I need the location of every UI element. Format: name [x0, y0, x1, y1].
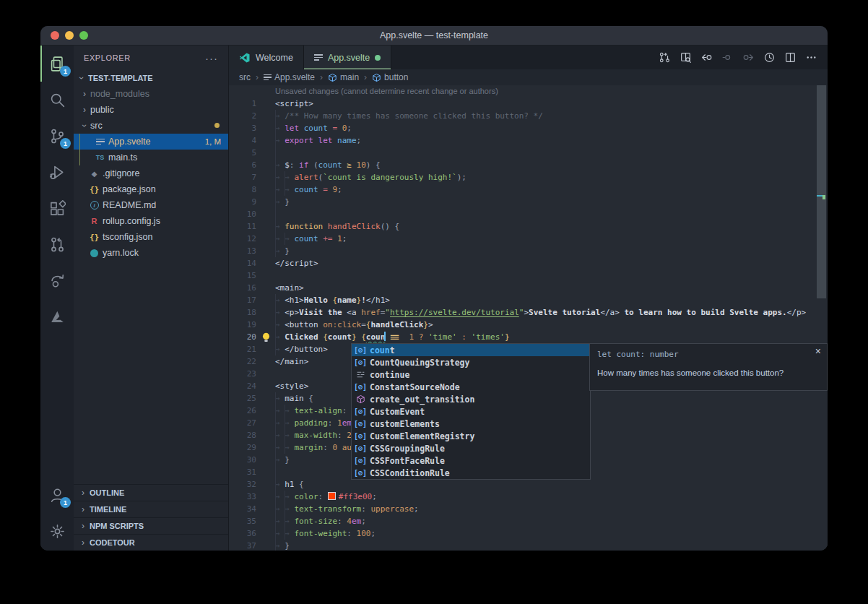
whitespace-tab-icon: →	[275, 306, 285, 319]
code-line[interactable]: 13→}	[229, 245, 828, 257]
code-editor[interactable]: Unsaved changes (cannot determine recent…	[229, 85, 828, 551]
symbol-variable-icon: [⊘]	[355, 420, 366, 428]
panel-header-outline[interactable]: ›OUTLINE	[74, 484, 228, 501]
suggestion-countqueuingstrategy[interactable]: [⊘]CountQueuingStrategy	[352, 356, 590, 368]
code-line[interactable]: 32→h1 {	[229, 478, 828, 491]
code-line[interactable]: 37→}	[229, 540, 828, 551]
code-line[interactable]: 11→function handleClick() {	[229, 220, 828, 233]
code-line[interactable]: 17→<h1>Hello {name}!</h1>	[229, 294, 828, 306]
breadcrumb-item-main[interactable]: main	[328, 72, 359, 82]
tree-item-app-svelte[interactable]: App.svelte1, M	[74, 134, 228, 150]
tree-item-yarn-lock[interactable]: yarn.lock	[74, 245, 228, 261]
code-line[interactable]: 19→<button on:click={handleClick}>	[229, 319, 828, 331]
file-history-icon[interactable]	[759, 46, 780, 69]
code-line[interactable]: 3→let count = 0;	[229, 122, 828, 134]
suggestion-constantsourcenode[interactable]: [⊘]ConstantSourceNode	[352, 381, 590, 393]
tab-welcome[interactable]: Welcome	[229, 46, 304, 69]
tree-item-readme-md[interactable]: iREADME.md	[74, 197, 228, 213]
tree-item-src[interactable]: ›src	[74, 118, 228, 134]
activity-item-azure[interactable]	[40, 298, 74, 335]
activity-item-settings[interactable]	[40, 513, 74, 549]
code-line[interactable]: 5	[229, 147, 828, 159]
tree-item-main-ts[interactable]: TSmain.ts	[74, 150, 228, 165]
tree-item-gitignore[interactable]: ◆.gitignore	[74, 165, 228, 181]
whitespace-tab-icon: →	[275, 233, 285, 245]
compare-changes-icon[interactable]	[654, 46, 675, 69]
suggestion-customevent[interactable]: [⊘]CustomEvent	[352, 405, 590, 418]
code-line[interactable]: 6→$: if (count ≥ 10) {	[229, 159, 828, 171]
indent-guide	[275, 454, 276, 466]
code-line[interactable]: 35→→font-size: 4em;	[229, 515, 828, 527]
code-line[interactable]: 12→→count += 1;	[229, 233, 828, 245]
activity-item-accounts[interactable]: 1	[40, 477, 74, 513]
line-number: 30	[229, 454, 256, 466]
code-line[interactable]: 16<main>	[229, 282, 828, 294]
lightbulb-icon[interactable]	[261, 332, 271, 342]
suggestion-cssconditionrule[interactable]: [⊘]CSSConditionRule	[352, 467, 590, 479]
suggestion-label: CustomElementRegistry	[370, 431, 474, 441]
suggestion-count[interactable]: [⊘]count	[352, 344, 590, 356]
scrollbar[interactable]	[817, 85, 826, 551]
tab-app-svelte[interactable]: App.svelte	[304, 46, 391, 69]
code-line[interactable]: 2→/** How many times has someone clicked…	[229, 110, 828, 122]
code-line[interactable]: 9→}	[229, 196, 828, 208]
close-window-icon[interactable]	[51, 31, 59, 40]
indent-guide	[275, 294, 276, 306]
code-line[interactable]: 18→<p>Visit the <a href="https://svelte.…	[229, 306, 828, 319]
indent-guide	[275, 147, 276, 159]
suggestion-create-out-transition[interactable]: create_out_transition	[352, 393, 590, 405]
breadcrumb-item-src[interactable]: src	[239, 72, 251, 82]
code-line[interactable]: 4→export let name;	[229, 134, 828, 147]
more-actions-icon[interactable]	[801, 46, 822, 69]
split-editor-icon[interactable]	[780, 46, 801, 69]
panel-header-npm-scripts[interactable]: ›NPM SCRIPTS	[74, 517, 228, 534]
panel-header-codetour[interactable]: ›CODETOUR	[74, 534, 228, 551]
activity-item-extensions[interactable]	[40, 190, 74, 226]
previous-change-icon[interactable]	[696, 46, 717, 69]
suggestion-customelementregistry[interactable]: [⊘]CustomElementRegistry	[352, 430, 590, 442]
breadcrumb-item-app-svelte[interactable]: App.svelte	[264, 72, 315, 82]
title-bar[interactable]: App.svelte — test-template	[40, 26, 828, 46]
activity-item-live-share[interactable]	[40, 262, 74, 298]
activity-item-source-control[interactable]: 1	[40, 118, 74, 154]
code-line[interactable]: 7→→alert(`count is dangerously high!`);	[229, 171, 828, 184]
suggestion-customelements[interactable]: [⊘]customElements	[352, 418, 590, 430]
whitespace-tab-icon: →	[285, 405, 294, 417]
code-text: →let count = 0;	[275, 124, 352, 133]
suggestion-cssgroupingrule[interactable]: [⊘]CSSGroupingRule	[352, 442, 590, 454]
close-icon[interactable]: ×	[815, 345, 821, 357]
activity-item-search[interactable]	[40, 82, 74, 118]
activity-item-github-pull-requests[interactable]	[40, 226, 74, 262]
breadcrumb-item-button[interactable]: button	[372, 72, 408, 82]
code-line[interactable]: 15	[229, 269, 828, 282]
code-line[interactable]: 33→→color: #ff3e00;	[229, 491, 828, 503]
code-line[interactable]: 20→Clicked {count} {coun ≡ 1 ? 'time' : …	[229, 331, 828, 343]
open-changes-icon[interactable]	[675, 46, 696, 69]
code-line[interactable]: 8→→count = 9;	[229, 184, 828, 196]
activity-item-run-debug[interactable]	[40, 154, 74, 190]
code-line[interactable]: 14</script>	[229, 257, 828, 269]
tree-item-package-json[interactable]: {}package.json	[74, 181, 228, 197]
indent-guide	[275, 306, 276, 319]
zoom-window-icon[interactable]	[79, 31, 88, 40]
code-line[interactable]: 36→→font-weight: 100;	[229, 527, 828, 540]
section-header-test-template[interactable]: › TEST-TEMPLATE	[74, 70, 228, 86]
suggestion-cssfontfacerule[interactable]: [⊘]CSSFontFaceRule	[352, 454, 590, 467]
tree-item-public[interactable]: ›public	[74, 102, 228, 118]
activity-item-explorer[interactable]: 1	[40, 46, 74, 82]
next-change-icon[interactable]	[738, 46, 759, 69]
scrollbar-thumb[interactable]	[817, 85, 826, 298]
line-number: 13	[229, 245, 256, 257]
code-line[interactable]: 34→→text-transform: uppercase;	[229, 503, 828, 515]
panel-header-timeline[interactable]: ›TIMELINE	[74, 501, 228, 517]
tree-item-rollup-config-js[interactable]: Rrollup.config.js	[74, 213, 228, 229]
minimize-window-icon[interactable]	[65, 31, 74, 40]
current-change-icon[interactable]	[717, 46, 738, 69]
more-actions-icon[interactable]: ···	[205, 52, 218, 64]
tree-item-node-modules[interactable]: ›node_modules	[74, 86, 228, 102]
tree-item-tsconfig-json[interactable]: {}tsconfig.json	[74, 229, 228, 245]
suggestion-continue[interactable]: continue	[352, 368, 590, 381]
code-line[interactable]: 1<script>	[229, 98, 828, 110]
svelte-file-icon	[314, 53, 323, 62]
code-line[interactable]: 10	[229, 208, 828, 220]
